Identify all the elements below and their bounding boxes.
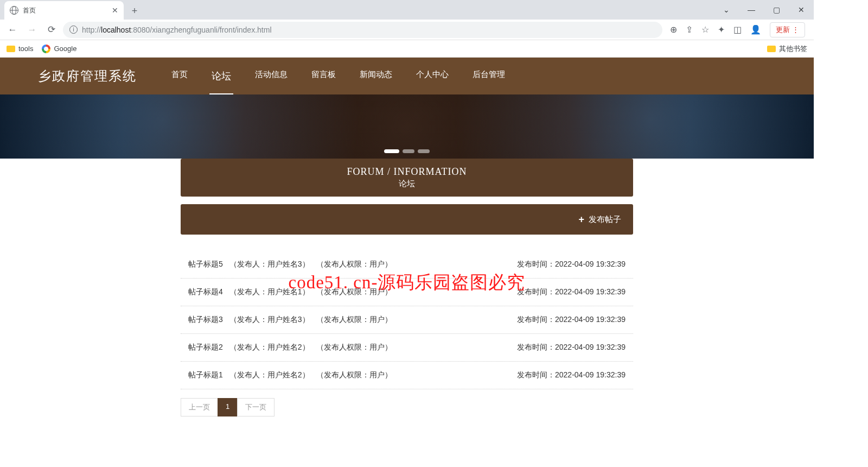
post-time: 发布时间：2022-04-09 19:32:39 [517,370,626,380]
window-controls: ⌄ — ▢ ✕ [714,0,814,20]
back-button[interactable]: ← [4,22,21,38]
minimize-button[interactable]: — [739,1,764,18]
nav-item[interactable]: 新闻动态 [358,58,394,94]
nav-item[interactable]: 留言板 [309,58,338,94]
post-row[interactable]: 帖子标题2（发布人：用户姓名2）（发布人权限：用户）发布时间：2022-04-0… [181,334,633,362]
update-button[interactable]: 更新 ⋮ [770,22,805,37]
post-time: 发布时间：2022-04-09 19:32:39 [517,287,626,297]
post-title: 帖子标题2 [188,343,223,352]
main-nav: 首页论坛活动信息留言板新闻动态个人中心后台管理 [169,58,507,94]
hero-banner [0,94,814,159]
page-number-button[interactable]: 1 [218,398,238,416]
new-post-button[interactable]: + 发布帖子 [578,214,621,225]
post-time: 发布时间：2022-04-09 19:32:39 [517,315,626,325]
site-logo[interactable]: 乡政府管理系统 [38,67,137,85]
plus-icon: + [578,214,584,225]
url-input[interactable]: i http://localhost:8080/xiangzhengfuguan… [63,22,662,38]
nav-item[interactable]: 后台管理 [470,58,507,94]
post-author: （发布人：用户姓名2） [229,343,310,352]
carousel-dot[interactable] [384,149,399,153]
post-time: 发布时间：2022-04-09 19:32:39 [517,343,626,352]
new-tab-button[interactable]: + [127,3,142,18]
extensions-icon[interactable]: ✦ [718,24,725,35]
post-btn-label: 发布帖子 [589,214,621,225]
post-author: （发布人：用户姓名2） [229,370,310,380]
section-header: FORUM / INFORMATION 论坛 [181,159,633,197]
url-host: localhost [101,26,131,34]
post-title: 帖子标题1 [188,370,223,380]
watermark-text: code51. cn-源码乐园盗图必究 [289,270,526,295]
action-bar: + 发布帖子 [181,204,633,235]
bookmark-label: Google [54,45,76,53]
next-page-button[interactable]: 下一页 [237,398,275,416]
search-icon[interactable]: ⊕ [670,24,677,35]
prev-page-button[interactable]: 上一页 [181,398,218,416]
section-title-cn: 论坛 [188,179,626,189]
post-permission: （发布人权限：用户） [316,260,392,269]
profile-icon[interactable]: 👤 [750,24,761,35]
address-bar: ← → ⟳ i http://localhost:8080/xiangzheng… [0,20,814,40]
carousel-dot[interactable] [403,149,414,153]
post-title: 帖子标题4 [188,287,223,297]
globe-icon [10,6,18,15]
bookmark-other[interactable]: 其他书签 [767,44,807,54]
post-author: （发布人：用户姓名3） [229,315,310,325]
post-row[interactable]: 帖子标题3（发布人：用户姓名3）（发布人权限：用户）发布时间：2022-04-0… [181,306,633,334]
share-icon[interactable]: ⇪ [686,24,693,35]
url-port: :8080 [131,26,150,34]
maximize-button[interactable]: ▢ [764,1,789,18]
post-row[interactable]: 帖子标题1（发布人：用户姓名2）（发布人权限：用户）发布时间：2022-04-0… [181,362,633,389]
close-window-button[interactable]: ✕ [789,1,814,18]
page-content: 乡政府管理系统 首页论坛活动信息留言板新闻动态个人中心后台管理 FORUM / … [0,58,814,467]
site-header: 乡政府管理系统 首页论坛活动信息留言板新闻动态个人中心后台管理 [0,58,814,94]
url-path: /xiangzhengfuguanli/front/index.html [150,26,271,34]
section-title-en: FORUM / INFORMATION [188,166,626,178]
tab-title: 首页 [23,6,36,15]
post-title: 帖子标题5 [188,260,223,269]
update-label: 更新 [776,25,790,35]
bookmark-star-icon[interactable]: ☆ [701,24,709,35]
nav-item[interactable]: 活动信息 [253,58,290,94]
close-tab-icon[interactable]: ✕ [112,6,118,15]
bookmark-google[interactable]: Google [42,45,76,53]
bookmark-label: 其他书签 [779,44,807,54]
pagination: 上一页 1 下一页 [181,398,633,416]
menu-dots-icon: ⋮ [792,26,799,34]
post-permission: （发布人权限：用户） [316,370,392,380]
carousel-dots [384,149,430,153]
bookmark-label: tools [18,45,33,53]
nav-item[interactable]: 论坛 [209,58,233,94]
post-author: （发布人：用户姓名3） [229,260,310,269]
carousel-dot[interactable] [418,149,430,153]
nav-item[interactable]: 个人中心 [414,58,451,94]
browser-tab[interactable]: 首页 ✕ [4,1,124,20]
bookmarks-bar: tools Google 其他书签 [0,40,814,58]
post-permission: （发布人权限：用户） [316,315,392,325]
google-icon [42,45,50,53]
post-title: 帖子标题3 [188,315,223,325]
folder-icon [767,46,776,52]
post-time: 发布时间：2022-04-09 19:32:39 [517,260,626,269]
sidepanel-icon[interactable]: ◫ [733,24,742,35]
site-info-icon[interactable]: i [69,26,78,34]
url-prefix: http:// [82,26,101,34]
post-permission: （发布人权限：用户） [316,343,392,352]
forward-button[interactable]: → [24,22,40,38]
tab-bar: 首页 ✕ + ⌄ — ▢ ✕ [0,0,814,20]
dropdown-icon[interactable]: ⌄ [714,1,739,18]
nav-item[interactable]: 首页 [169,58,190,94]
folder-icon [7,46,15,52]
reload-button[interactable]: ⟳ [43,22,60,38]
bookmark-tools[interactable]: tools [7,45,33,53]
